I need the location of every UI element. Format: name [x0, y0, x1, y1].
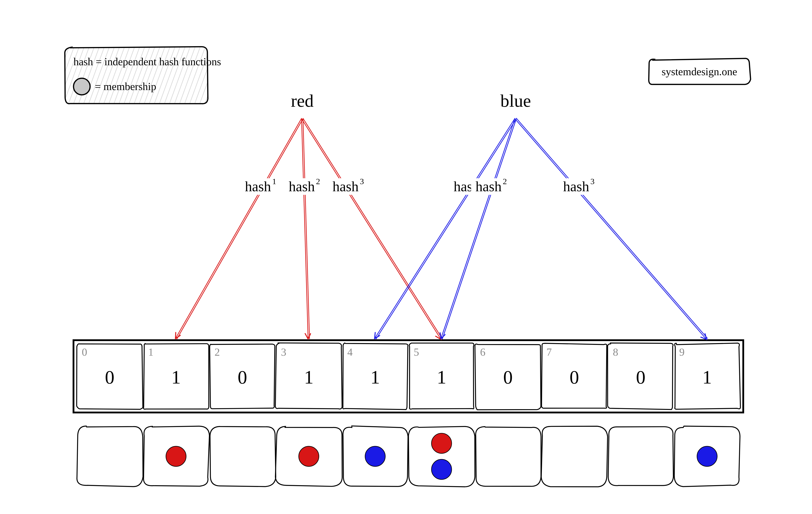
membership-cell: [475, 427, 541, 486]
hash-arrow-red: [303, 118, 310, 339]
bit-index: 4: [347, 346, 353, 358]
hash-arrow-blue: [376, 119, 516, 339]
membership-dot-blue: [365, 446, 385, 466]
bit-index: 9: [679, 346, 685, 358]
bit-index: 5: [414, 346, 419, 358]
membership-cell: [541, 426, 608, 487]
hash-arrow-red: [301, 119, 441, 339]
bit-index: 6: [480, 346, 485, 358]
hash-arrow-red: [175, 118, 301, 339]
bit-index: 0: [82, 346, 87, 358]
hash-arrow-red: [301, 118, 308, 339]
hash-arrow-red: [177, 119, 303, 339]
legend-circle-icon: [74, 78, 90, 95]
hash-arrow-blue: [375, 118, 515, 339]
hash-arrow-blue: [515, 119, 706, 340]
legend-line-1: hash = independent hash functions: [74, 56, 221, 67]
membership-dot-red: [299, 446, 319, 466]
bit-value: 0: [238, 367, 247, 388]
bit-value: 0: [636, 367, 645, 388]
bit-value: 1: [304, 367, 314, 388]
bit-value: 1: [371, 367, 380, 388]
bit-index: 8: [613, 346, 618, 358]
membership-cell: [210, 426, 276, 487]
bit-value: 1: [171, 367, 181, 388]
bit-value: 0: [503, 367, 513, 388]
membership-dot-blue: [432, 459, 452, 480]
membership-cell: [608, 427, 673, 486]
membership-dot-blue: [697, 446, 717, 466]
bit-index: 1: [148, 346, 153, 358]
hash-arrow-red: [303, 118, 442, 339]
membership-cell: [77, 426, 143, 487]
hash-arrow-blue: [516, 118, 708, 339]
bit-index: 7: [547, 346, 552, 358]
item-label-blue: blue: [500, 91, 531, 111]
bit-value: 0: [105, 367, 114, 388]
bit-index: 3: [281, 346, 286, 358]
bit-value: 1: [437, 367, 446, 388]
bit-value: 0: [570, 367, 579, 388]
item-label-red: red: [291, 91, 314, 111]
hash-arrow-blue: [441, 118, 515, 339]
hash-arrow-blue: [442, 119, 517, 339]
attribution-text: systemdesign.one: [662, 66, 737, 78]
membership-dot-red: [432, 433, 452, 453]
legend-line-2: = membership: [95, 81, 156, 92]
bit-value: 1: [702, 367, 712, 388]
bit-index: 2: [215, 346, 220, 358]
membership-dot-red: [166, 446, 186, 466]
